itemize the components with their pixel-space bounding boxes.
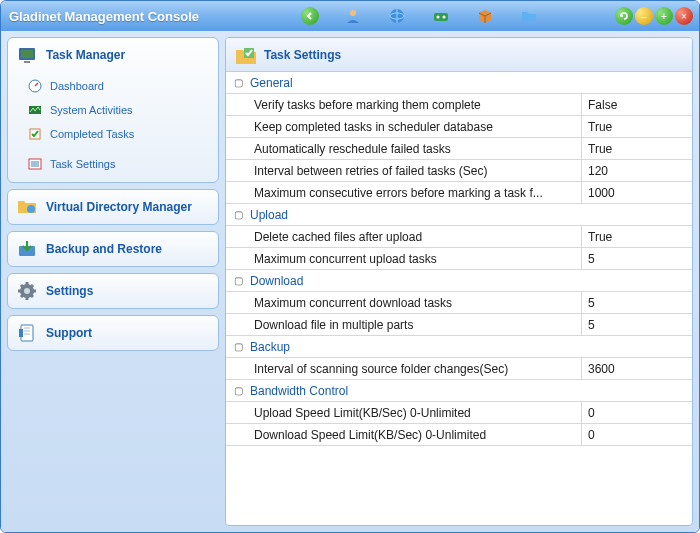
setting-value[interactable]: 0 bbox=[582, 402, 692, 423]
section-header[interactable]: ▢Bandwidth Control bbox=[226, 380, 692, 402]
setting-row[interactable]: Automatically reschedule failed tasksTru… bbox=[226, 138, 692, 160]
setting-row[interactable]: Verify tasks before marking them complet… bbox=[226, 94, 692, 116]
setting-value[interactable]: 5 bbox=[582, 248, 692, 269]
app-window: Gladinet Management Console – + × Task M… bbox=[0, 0, 700, 533]
setting-value[interactable]: True bbox=[582, 138, 692, 159]
collapse-icon[interactable]: ▢ bbox=[226, 385, 250, 396]
setting-row[interactable]: Keep completed tasks in scheduler databa… bbox=[226, 116, 692, 138]
svg-point-16 bbox=[24, 288, 30, 294]
panel-title: Task Settings bbox=[264, 48, 341, 62]
sidebar: Task Manager Dashboard System Activities… bbox=[7, 37, 219, 526]
nav-label: Task Manager bbox=[46, 48, 125, 62]
setting-key: Delete cached files after upload bbox=[250, 226, 582, 247]
nav-label: Virtual Directory Manager bbox=[46, 200, 192, 214]
support-icon bbox=[16, 322, 38, 344]
setting-row[interactable]: Download file in multiple parts5 bbox=[226, 314, 692, 336]
monitor-icon bbox=[16, 44, 38, 66]
nav-item-label: Completed Tasks bbox=[50, 128, 134, 140]
panel-header: Task Settings bbox=[226, 38, 692, 72]
setting-value[interactable]: False bbox=[582, 94, 692, 115]
section-name: General bbox=[250, 76, 293, 90]
section-header[interactable]: ▢Backup bbox=[226, 336, 692, 358]
section-name: Backup bbox=[250, 340, 290, 354]
nav-item-system-activities[interactable]: System Activities bbox=[8, 98, 218, 122]
nav-virtual-directory[interactable]: Virtual Directory Manager bbox=[7, 189, 219, 225]
setting-value[interactable]: 3600 bbox=[582, 358, 692, 379]
setting-key: Maximum concurrent download tasks bbox=[250, 292, 582, 313]
collapse-icon[interactable]: ▢ bbox=[226, 209, 250, 220]
nav-header-task-manager[interactable]: Task Manager bbox=[8, 38, 218, 72]
titlebar: Gladinet Management Console – + × bbox=[1, 1, 699, 31]
task-settings-icon bbox=[234, 44, 256, 66]
nav-label: Backup and Restore bbox=[46, 242, 162, 256]
setting-key: Automatically reschedule failed tasks bbox=[250, 138, 582, 159]
gauge-icon bbox=[28, 79, 42, 93]
svg-rect-8 bbox=[24, 61, 30, 63]
nav-item-label: System Activities bbox=[50, 104, 133, 116]
collapse-icon[interactable]: ▢ bbox=[226, 77, 250, 88]
nav-item-task-settings[interactable]: Task Settings bbox=[8, 152, 218, 176]
window-controls: – + × bbox=[615, 7, 693, 25]
nav-backup-restore[interactable]: Backup and Restore bbox=[7, 231, 219, 267]
back-icon[interactable] bbox=[301, 7, 319, 25]
settings-list-icon bbox=[28, 157, 42, 171]
setting-key: Upload Speed Limit(KB/Sec) 0-Unlimited bbox=[250, 402, 582, 423]
main-panel: Task Settings ▢GeneralVerify tasks befor… bbox=[225, 37, 693, 526]
user-icon[interactable] bbox=[343, 6, 363, 26]
setting-value[interactable]: 1000 bbox=[582, 182, 692, 203]
gear-icon bbox=[16, 280, 38, 302]
setting-value[interactable]: 120 bbox=[582, 160, 692, 181]
setting-key: Interval of scanning source folder chang… bbox=[250, 358, 582, 379]
nav-task-manager: Task Manager Dashboard System Activities… bbox=[7, 37, 219, 183]
setting-key: Interval between retries of failed tasks… bbox=[250, 160, 582, 181]
collapse-icon[interactable]: ▢ bbox=[226, 341, 250, 352]
setting-value[interactable]: 0 bbox=[582, 424, 692, 445]
setting-value[interactable]: True bbox=[582, 116, 692, 137]
backup-icon bbox=[16, 238, 38, 260]
nav-label: Settings bbox=[46, 284, 93, 298]
setting-key: Download file in multiple parts bbox=[250, 314, 582, 335]
nav-label: Support bbox=[46, 326, 92, 340]
section-header[interactable]: ▢General bbox=[226, 72, 692, 94]
setting-value[interactable]: 5 bbox=[582, 314, 692, 335]
close-button[interactable]: × bbox=[675, 7, 693, 25]
app-title: Gladinet Management Console bbox=[9, 9, 199, 24]
globe-icon[interactable] bbox=[387, 6, 407, 26]
setting-row[interactable]: Download Speed Limit(KB/Sec) 0-Unlimited… bbox=[226, 424, 692, 446]
section-name: Bandwidth Control bbox=[250, 384, 348, 398]
setting-key: Verify tasks before marking them complet… bbox=[250, 94, 582, 115]
setting-row[interactable]: Interval between retries of failed tasks… bbox=[226, 160, 692, 182]
setting-row[interactable]: Maximum consecutive errors before markin… bbox=[226, 182, 692, 204]
collapse-icon[interactable]: ▢ bbox=[226, 275, 250, 286]
minimize-button[interactable]: – bbox=[635, 7, 653, 25]
nav-item-dashboard[interactable]: Dashboard bbox=[8, 74, 218, 98]
nav-item-completed-tasks[interactable]: Completed Tasks bbox=[8, 122, 218, 146]
setting-value[interactable]: 5 bbox=[582, 292, 692, 313]
setting-key: Keep completed tasks in scheduler databa… bbox=[250, 116, 582, 137]
maximize-button[interactable]: + bbox=[655, 7, 673, 25]
section-header[interactable]: ▢Download bbox=[226, 270, 692, 292]
setting-row[interactable]: Interval of scanning source folder chang… bbox=[226, 358, 692, 380]
toolbar-icons bbox=[301, 6, 539, 26]
nav-settings[interactable]: Settings bbox=[7, 273, 219, 309]
nav-item-label: Task Settings bbox=[50, 158, 115, 170]
box-icon[interactable] bbox=[475, 6, 495, 26]
setting-value[interactable]: True bbox=[582, 226, 692, 247]
svg-point-13 bbox=[27, 205, 35, 213]
network-icon[interactable] bbox=[431, 6, 451, 26]
setting-key: Maximum concurrent upload tasks bbox=[250, 248, 582, 269]
svg-rect-3 bbox=[434, 13, 448, 21]
refresh-icon[interactable] bbox=[615, 7, 633, 25]
setting-row[interactable]: Maximum concurrent download tasks5 bbox=[226, 292, 692, 314]
svg-point-5 bbox=[443, 16, 446, 19]
nav-support[interactable]: Support bbox=[7, 315, 219, 351]
section-header[interactable]: ▢Upload bbox=[226, 204, 692, 226]
folder-icon[interactable] bbox=[519, 6, 539, 26]
setting-row[interactable]: Maximum concurrent upload tasks5 bbox=[226, 248, 692, 270]
settings-grid: ▢GeneralVerify tasks before marking them… bbox=[226, 72, 692, 525]
setting-row[interactable]: Upload Speed Limit(KB/Sec) 0-Unlimited0 bbox=[226, 402, 692, 424]
nav-items: Dashboard System Activities Completed Ta… bbox=[8, 72, 218, 182]
setting-key: Maximum consecutive errors before markin… bbox=[250, 182, 582, 203]
activity-icon bbox=[28, 103, 42, 117]
setting-row[interactable]: Delete cached files after uploadTrue bbox=[226, 226, 692, 248]
